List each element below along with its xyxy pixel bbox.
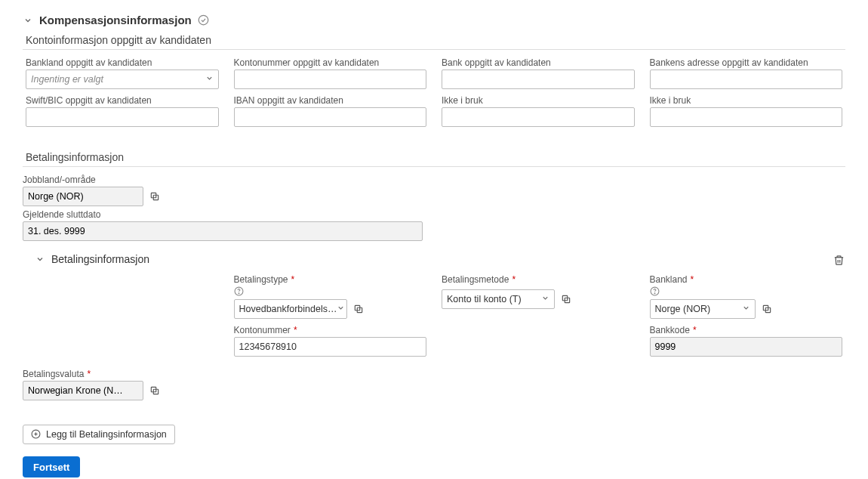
copy-icon[interactable] [559, 292, 573, 306]
select-value: Hovedbankforbindels… [239, 304, 337, 314]
label-bank: Bank oppgitt av kandidaten [442, 57, 635, 68]
label-currency: Betalingsvaluta* [23, 369, 845, 379]
label-unused-1: Ikke i bruk [442, 95, 635, 106]
label-iban: IBAN oppgitt av kandidaten [234, 95, 427, 106]
label-pay-method: Betalingsmetode* [442, 274, 635, 285]
chevron-down-icon [337, 304, 345, 314]
help-icon[interactable] [234, 286, 427, 296]
input-end-date[interactable] [23, 221, 423, 241]
input-swift-candidate[interactable] [26, 107, 219, 127]
input-unused-1[interactable] [442, 107, 635, 127]
input-bank-address-candidate[interactable] [650, 70, 843, 89]
select-value: Konto til konto (T) [447, 294, 522, 304]
copy-icon[interactable] [352, 302, 365, 316]
copy-icon[interactable] [760, 302, 774, 316]
help-icon[interactable] [650, 286, 843, 296]
svg-point-0 [199, 15, 208, 25]
select-pay-method[interactable]: Konto til konto (T) [442, 289, 555, 309]
label-unused-2: Ikke i bruk [650, 95, 843, 106]
select-bank-country[interactable]: Ingenting er valgt [26, 70, 219, 89]
copy-icon[interactable] [148, 384, 162, 397]
trash-icon[interactable] [832, 253, 845, 267]
label-job-country: Jobbland/-område [23, 175, 845, 185]
chevron-down-icon[interactable] [35, 254, 45, 264]
continue-button[interactable]: Fortsett [23, 456, 80, 477]
copy-icon[interactable] [148, 190, 162, 203]
chevron-down-icon [541, 294, 549, 304]
divider [23, 49, 845, 50]
select-currency[interactable]: Norwegian Krone (N… [23, 381, 143, 400]
label-bank-address: Bankens adresse oppgitt av kandidaten [650, 57, 843, 68]
select-bank-country-pay[interactable]: Norge (NOR) [650, 299, 756, 319]
label-account-number-pay: Kontonummer* [234, 325, 427, 335]
inner-section-title: Betalingsinformasjon [51, 253, 149, 265]
select-value: Norge (NOR) [28, 191, 84, 202]
input-bank-code[interactable] [650, 337, 843, 357]
input-account-number-candidate[interactable] [234, 70, 427, 89]
label-bank-code: Bankkode* [650, 325, 843, 335]
select-pay-type[interactable]: Hovedbankforbindels… [234, 299, 347, 319]
label-account-number: Kontonummer oppgitt av kandidaten [234, 57, 427, 68]
check-circle-icon [198, 14, 210, 26]
input-iban-candidate[interactable] [234, 107, 427, 127]
select-placeholder: Ingenting er valgt [31, 74, 103, 85]
chevron-down-icon[interactable] [23, 15, 33, 26]
add-button-label: Legg til Betalingsinformasjon [46, 429, 167, 440]
label-swift: Swift/BIC oppgitt av kandidaten [26, 95, 219, 106]
label-end-date: Gjeldende sluttdato [23, 209, 845, 220]
input-bank-candidate[interactable] [442, 70, 635, 89]
section-title-compensation: Kompensasjonsinformasjon [39, 14, 192, 26]
subsection-title-account-info: Kontoinformasjon oppgitt av kandidaten [26, 34, 845, 46]
label-pay-type: Betalingstype* [234, 274, 427, 285]
input-unused-2[interactable] [650, 107, 843, 127]
select-value: Norge (NOR) [655, 304, 711, 314]
select-value: Norwegian Krone (N… [28, 385, 123, 396]
plus-circle-icon [31, 429, 42, 440]
label-bank-country-pay: Bankland* [650, 274, 843, 285]
divider [23, 166, 845, 167]
add-payment-info-button[interactable]: Legg til Betalingsinformasjon [23, 425, 175, 444]
select-job-country[interactable]: Norge (NOR) [23, 187, 143, 206]
continue-button-label: Fortsett [33, 462, 69, 473]
chevron-down-icon [205, 74, 214, 85]
svg-point-12 [654, 293, 655, 294]
input-account-number-pay[interactable] [234, 337, 427, 357]
label-bank-country: Bankland oppgitt av kandidaten [26, 57, 219, 68]
subsection-title-payment: Betalingsinformasjon [26, 151, 845, 163]
chevron-down-icon [742, 304, 750, 314]
svg-point-6 [239, 293, 239, 294]
